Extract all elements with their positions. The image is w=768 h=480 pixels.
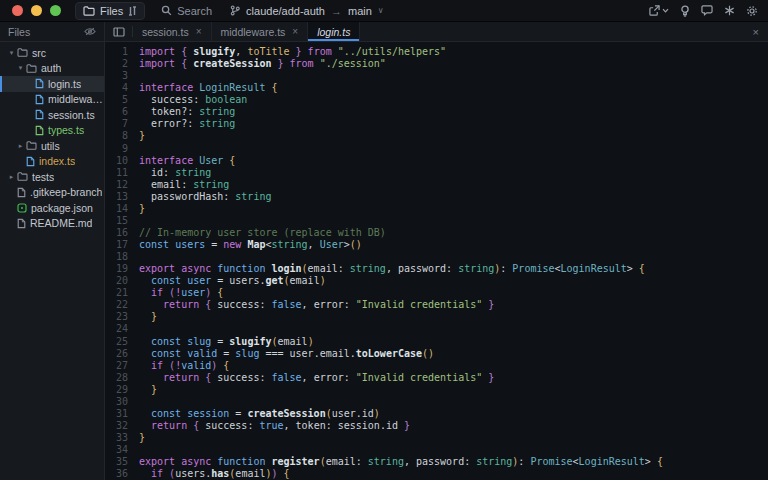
code-line-16[interactable]: 16// In-memory user store (replace with …: [105, 227, 768, 239]
code-line-28[interactable]: 28 return { success: false, error: "Inva…: [105, 372, 768, 384]
branch-button[interactable]: claude/add-auth → main ∨: [230, 5, 384, 17]
code-line-23[interactable]: 23 }: [105, 311, 768, 323]
tree-item-index.ts[interactable]: index.ts: [0, 154, 104, 170]
code-line-11[interactable]: 11 id: string: [105, 167, 768, 179]
eye-icon[interactable]: [84, 27, 96, 36]
typescript-file-icon: [35, 125, 44, 136]
share-button[interactable]: [649, 5, 669, 16]
tab-middleware.ts[interactable]: middleware.ts×: [212, 22, 309, 41]
tree-item-session.ts[interactable]: session.ts: [0, 107, 104, 123]
tree-item-middleware.ts[interactable]: middleware.ts: [0, 92, 104, 108]
search-icon: [161, 5, 172, 16]
code-line-31[interactable]: 31 const session = createSession(user.id…: [105, 408, 768, 420]
tree-item-label: index.ts: [39, 155, 75, 167]
assistant-hint-button[interactable]: [680, 5, 690, 17]
code-line-9[interactable]: 9: [105, 143, 768, 155]
line-number: 4: [105, 82, 128, 94]
code-line-18[interactable]: 18: [105, 251, 768, 263]
maximize-window-button[interactable]: [50, 5, 61, 16]
line-number: 5: [105, 94, 128, 106]
line-content: passwordHash: string: [139, 191, 271, 203]
project-panel-header: Files: [0, 22, 104, 42]
code-line-34[interactable]: 34: [105, 444, 768, 456]
line-number: 26: [105, 348, 128, 360]
code-line-2[interactable]: 2import { createSession } from "./sessio…: [105, 58, 768, 70]
code-editor[interactable]: 1import { slugify, toTitle } from "../ut…: [105, 42, 768, 480]
tree-item-auth[interactable]: ▾ auth: [0, 61, 104, 77]
code-line-15[interactable]: 15: [105, 215, 768, 227]
code-line-25[interactable]: 25 const slug = slugify(email): [105, 336, 768, 348]
code-line-8[interactable]: 8}: [105, 130, 768, 142]
search-button[interactable]: Search: [161, 5, 212, 17]
code-line-19[interactable]: 19export async function login(email: str…: [105, 263, 768, 275]
line-number: 14: [105, 203, 128, 215]
code-line-17[interactable]: 17const users = new Map<string, User>(): [105, 239, 768, 251]
line-content: export async function login(email: strin…: [139, 263, 645, 275]
tree-item-login.ts[interactable]: login.ts: [0, 76, 104, 92]
line-number: 21: [105, 287, 128, 299]
tree-item-package.json[interactable]: package.json: [0, 200, 104, 216]
chevron-right-icon: ▸: [16, 142, 25, 150]
code-line-32[interactable]: 32 return { success: true, token: sessio…: [105, 420, 768, 432]
line-number: 11: [105, 167, 128, 179]
close-tab-icon[interactable]: ×: [292, 26, 298, 37]
code-line-4[interactable]: 4interface LoginResult {: [105, 82, 768, 94]
code-line-22[interactable]: 22 return { success: false, error: "Inva…: [105, 299, 768, 311]
code-line-33[interactable]: 33}: [105, 432, 768, 444]
code-line-26[interactable]: 26 const valid = slug === user.email.toL…: [105, 348, 768, 360]
project-button[interactable]: Files: [75, 2, 145, 20]
tab-bar: session.ts×middleware.ts×login.ts ×: [105, 22, 768, 42]
tree-item-label: tests: [32, 171, 54, 183]
code-line-30[interactable]: 30: [105, 396, 768, 408]
typescript-file-icon: [35, 78, 44, 89]
line-number: 30: [105, 396, 128, 408]
code-line-35[interactable]: 35export async function register(email: …: [105, 456, 768, 468]
tree-item-types.ts[interactable]: types.ts: [0, 123, 104, 139]
line-content: }: [139, 203, 145, 215]
close-pane-button[interactable]: ×: [744, 22, 768, 41]
line-content: import { createSession } from "./session…: [139, 58, 386, 70]
close-tab-icon[interactable]: ×: [196, 26, 202, 37]
line-number: 35: [105, 456, 128, 468]
code-line-7[interactable]: 7 error?: string: [105, 118, 768, 130]
code-line-21[interactable]: 21 if (!user) {: [105, 287, 768, 299]
code-line-29[interactable]: 29 }: [105, 384, 768, 396]
close-window-button[interactable]: [12, 5, 23, 16]
code-line-6[interactable]: 6 token?: string: [105, 106, 768, 118]
code-line-13[interactable]: 13 passwordHash: string: [105, 191, 768, 203]
line-number: 36: [105, 468, 128, 480]
settings-button[interactable]: [746, 5, 758, 17]
json-file-icon: [17, 203, 27, 213]
code-line-20[interactable]: 20 const user = users.get(email): [105, 275, 768, 287]
asterisk-icon: [724, 5, 735, 16]
minimize-window-button[interactable]: [31, 5, 42, 16]
tab-session.ts[interactable]: session.ts×: [133, 22, 212, 41]
line-content: interface User {: [139, 155, 235, 167]
project-panel-toggle-icon[interactable]: [105, 22, 132, 41]
file-icon: [17, 218, 26, 229]
tree-item-README.md[interactable]: README.md: [0, 216, 104, 232]
tree-item-utils[interactable]: ▸ utils: [0, 138, 104, 154]
line-number: 31: [105, 408, 128, 420]
code-line-5[interactable]: 5 success: boolean: [105, 94, 768, 106]
code-line-14[interactable]: 14}: [105, 203, 768, 215]
line-number: 22: [105, 299, 128, 311]
tree-item-label: middleware.ts: [48, 93, 104, 105]
code-line-36[interactable]: 36 if (users.has(email)) {: [105, 468, 768, 480]
command-palette-button[interactable]: [724, 5, 735, 16]
tree-item-src[interactable]: ▾ src: [0, 45, 104, 61]
code-line-10[interactable]: 10interface User {: [105, 155, 768, 167]
code-line-27[interactable]: 27 if (!valid) {: [105, 360, 768, 372]
tree-item-.gitkeep-branch[interactable]: .gitkeep-branch: [0, 185, 104, 201]
chat-button[interactable]: [701, 5, 713, 16]
tree-item-tests[interactable]: ▸ tests: [0, 169, 104, 185]
line-content: const user = users.get(email): [139, 275, 326, 287]
code-line-1[interactable]: 1import { slugify, toTitle } from "../ut…: [105, 46, 768, 58]
code-line-24[interactable]: 24: [105, 323, 768, 335]
tab-label: session.ts: [142, 26, 189, 38]
code-line-12[interactable]: 12 email: string: [105, 179, 768, 191]
line-number: 12: [105, 179, 128, 191]
code-line-3[interactable]: 3: [105, 70, 768, 82]
tab-login.ts[interactable]: login.ts: [308, 22, 360, 41]
tab-label: middleware.ts: [221, 26, 286, 38]
